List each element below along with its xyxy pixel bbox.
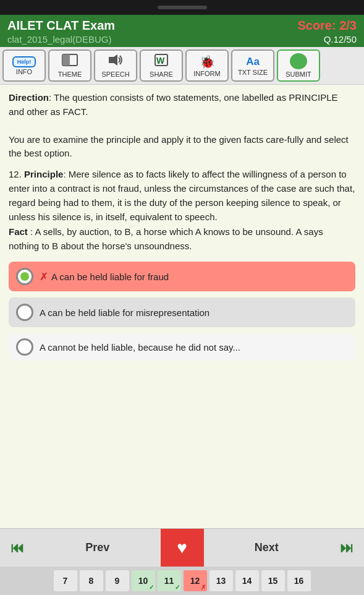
direction-text1: : The question consists of two statement… [9, 92, 337, 117]
question-numbers-bar: 7 8 9 10 ✓ 11 ✓ 12 ✗ 13 14 15 16 [0, 567, 364, 595]
qnum-11[interactable]: 11 ✓ [158, 570, 181, 591]
qnum-16[interactable]: 16 [287, 570, 311, 591]
qnum-8[interactable]: 8 [80, 570, 103, 591]
speech-label: SPEECH [101, 71, 129, 78]
phone-container: AILET CLAT Exam Score: 2/3 clat_2015_leg… [0, 0, 364, 595]
app-header: AILET CLAT Exam Score: 2/3 clat_2015_leg… [0, 15, 364, 47]
submit-button[interactable]: SUBMIT [277, 49, 320, 82]
first-icon: ⏮ [11, 540, 24, 556]
option-b-text: A can be held liable for misrepresentati… [40, 307, 210, 318]
direction-block: Direction: The question consists of two … [9, 91, 355, 161]
speech-icon [108, 53, 124, 70]
options-area: ✗ A can be held liable for fraud A can b… [9, 262, 355, 361]
radio-c [16, 338, 33, 356]
qnum-10[interactable]: 10 ✓ [132, 570, 155, 591]
txt-size-label: TXT SIZE [238, 69, 268, 76]
prev-button[interactable]: Prev [35, 529, 161, 567]
heart-icon: ♥ [177, 538, 187, 558]
qnum-12[interactable]: 12 ✗ [184, 570, 207, 591]
bug-icon: 🐞 [200, 54, 215, 69]
next-button[interactable]: Next [204, 529, 330, 567]
question-block: 12. Principle: Mere silence as to facts … [9, 167, 355, 254]
submit-label: SUBMIT [286, 71, 311, 78]
last-button[interactable]: ⏭ [329, 529, 364, 567]
option-c[interactable]: A cannot be held liable, because he did … [9, 333, 355, 361]
heart-button[interactable]: ♥ [161, 529, 204, 567]
info-label: INFO [16, 68, 32, 75]
next-label: Next [255, 541, 279, 554]
inform-button[interactable]: 🐞 INFORM [185, 49, 229, 82]
option-a[interactable]: ✗ A can be held liable for fraud [9, 262, 355, 291]
header-row1: AILET CLAT Exam Score: 2/3 [7, 19, 357, 33]
tick-10: ✓ [149, 584, 154, 591]
principle-label: Principle [24, 169, 63, 179]
tick-11: ✓ [175, 584, 180, 591]
status-bar [0, 0, 364, 15]
theme-icon [61, 53, 78, 70]
submit-circle-icon [290, 53, 307, 69]
direction-text2: You are to examine the principle and app… [9, 134, 349, 159]
inform-label: INFORM [193, 70, 220, 77]
cross-12: ✗ [201, 584, 206, 591]
theme-label: THEME [58, 71, 82, 78]
svg-rect-1 [62, 54, 70, 66]
option-a-text: A can be held liable for fraud [51, 272, 169, 282]
radio-a [16, 268, 33, 285]
first-button[interactable]: ⏮ [0, 529, 35, 567]
last-icon: ⏭ [340, 540, 353, 556]
question-number: 12. [9, 169, 22, 179]
info-button[interactable]: Help! INFO [2, 49, 46, 82]
svg-marker-2 [109, 54, 117, 66]
direction-prefix: Direction [9, 92, 49, 103]
qnum-13[interactable]: 13 [210, 570, 233, 591]
question-number-display: Q.12/50 [324, 34, 357, 45]
radio-b [16, 304, 33, 321]
qnum-15[interactable]: 15 [261, 570, 285, 591]
status-bar-notch [158, 6, 207, 9]
bottom-nav: ⏮ Prev ♥ Next ⏭ [0, 528, 364, 567]
debug-label: clat_2015_legal(DEBUG) [7, 34, 111, 45]
qnum-7[interactable]: 7 [54, 570, 77, 591]
toolbar: Help! INFO THEME SPEECH [0, 47, 364, 85]
share-icon: W [154, 53, 169, 70]
help-icon: Help! [12, 56, 36, 67]
wrong-x-icon: ✗ [40, 271, 48, 283]
prev-label: Prev [85, 541, 109, 554]
svg-text:W: W [156, 56, 165, 66]
radio-a-selected [20, 272, 29, 281]
share-label: SHARE [150, 71, 173, 78]
app-title: AILET CLAT Exam [7, 19, 115, 33]
option-b[interactable]: A can be held liable for misrepresentati… [9, 298, 355, 327]
content-area: Direction: The question consists of two … [0, 85, 364, 528]
fact-label: Fact [9, 226, 28, 237]
speech-button[interactable]: SPEECH [94, 49, 137, 82]
option-c-text: A cannot be held liable, because he did … [40, 342, 240, 353]
txt-size-icon: Aa [246, 55, 260, 68]
score-display: Score: 2/3 [297, 19, 357, 33]
txt-size-button[interactable]: Aa TXT SIZE [231, 49, 274, 82]
qnum-14[interactable]: 14 [235, 570, 259, 591]
qnum-9[interactable]: 9 [106, 570, 129, 591]
theme-button[interactable]: THEME [48, 49, 91, 82]
fact-text: : A sells, by auction, to B, a horse whi… [9, 226, 323, 251]
header-row2: clat_2015_legal(DEBUG) Q.12/50 [7, 34, 357, 45]
share-button[interactable]: W SHARE [140, 49, 183, 82]
